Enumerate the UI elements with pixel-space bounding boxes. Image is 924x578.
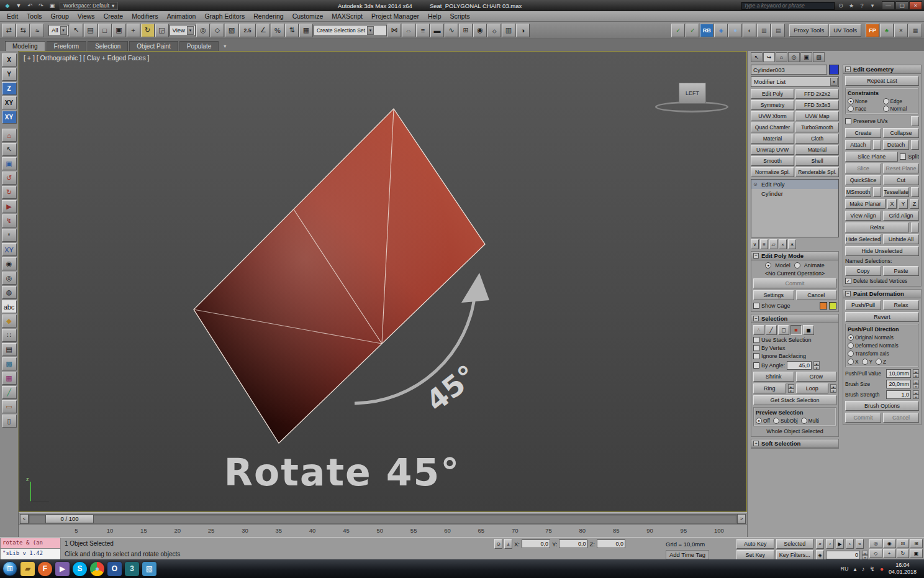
rotate-cw-icon[interactable]: ↻ bbox=[2, 186, 17, 199]
brush-size-spinner[interactable]: ▴▾ bbox=[913, 380, 919, 388]
expand-icon[interactable]: + bbox=[753, 441, 759, 446]
sphere-icon[interactable]: ● bbox=[728, 24, 742, 37]
tessellate-settings-button[interactable] bbox=[911, 187, 919, 197]
zoom-extents-all-icon[interactable]: ⊞ bbox=[910, 539, 923, 548]
project-folder-icon[interactable]: ▣ bbox=[47, 1, 57, 10]
target-tool-icon[interactable]: ◎ bbox=[2, 272, 17, 285]
rollout-title[interactable]: − Paint Deformation bbox=[843, 290, 921, 298]
camera-tool-icon[interactable]: ◉ bbox=[2, 257, 17, 270]
media-player-icon[interactable]: ▶ bbox=[55, 562, 70, 576]
detach-button[interactable]: Detach bbox=[883, 140, 909, 150]
checkbox[interactable] bbox=[753, 337, 759, 343]
slash-tool-icon[interactable]: ╱ bbox=[2, 386, 17, 399]
percent-snap-icon[interactable]: % bbox=[271, 24, 284, 37]
next-frame-icon[interactable]: › bbox=[846, 539, 854, 549]
by-angle-spinner[interactable]: ▴▾ bbox=[813, 361, 820, 370]
spinner-up-icon[interactable]: ▴ bbox=[862, 551, 868, 555]
menu-item[interactable]: Project Manager bbox=[367, 11, 424, 21]
populate-icon[interactable]: ▥ bbox=[757, 24, 771, 37]
next-frame-arrow[interactable]: > bbox=[737, 514, 746, 524]
eraser-tool-icon[interactable]: ▭ bbox=[2, 400, 17, 413]
angle-snap-icon[interactable]: ∠ bbox=[256, 24, 270, 37]
grid-tools-icon[interactable]: ▦ bbox=[908, 24, 922, 37]
schematic-view-icon[interactable]: ⊞ bbox=[459, 24, 473, 37]
reset-plane-button[interactable]: Reset Plane bbox=[883, 163, 919, 173]
brush-strength-spinner[interactable]: ▴▾ bbox=[913, 390, 919, 399]
polygon-mode-icon[interactable]: ■ bbox=[790, 325, 802, 335]
bind-to-space-warp-icon[interactable]: ≈ bbox=[30, 24, 44, 37]
rollout-title[interactable]: − Edit Geometry bbox=[843, 65, 921, 74]
quickslice-button[interactable]: QuickSlice bbox=[845, 175, 881, 185]
modifier-set-button[interactable]: UVW Xform bbox=[751, 111, 794, 121]
maximize-button[interactable]: ▢ bbox=[895, 1, 908, 10]
select-by-name-icon[interactable]: ▤ bbox=[84, 24, 97, 37]
network-icon[interactable]: ↯ bbox=[870, 566, 875, 572]
configure-modifier-sets-icon[interactable]: ∗ bbox=[788, 239, 796, 249]
start-button[interactable]: ⊞ bbox=[2, 561, 17, 576]
ring-spinner[interactable]: ▴▾ bbox=[788, 384, 794, 393]
pointer-tool-icon[interactable]: ▶ bbox=[2, 200, 17, 213]
iray-diamond-icon[interactable]: ◈ bbox=[714, 24, 728, 37]
checker-tool-icon[interactable]: ▩ bbox=[2, 357, 17, 370]
axis-constraint-button[interactable]: Y bbox=[2, 68, 17, 81]
undo-icon[interactable]: ↶ bbox=[25, 1, 35, 10]
mirror-icon[interactable]: ⋈ bbox=[387, 24, 401, 37]
spinner-down-icon[interactable]: ▾ bbox=[913, 374, 919, 378]
spinner-up-icon[interactable]: ▴ bbox=[788, 384, 794, 388]
push-pull-button[interactable]: Push/Pull bbox=[845, 300, 881, 310]
maxscript-mini-listener[interactable]: rotate & (an "sLib v 1.42 bbox=[0, 538, 61, 560]
edge-mode-icon[interactable]: ╱ bbox=[766, 325, 777, 335]
display-tab[interactable]: ▣ bbox=[800, 52, 812, 62]
pan-icon[interactable]: + bbox=[883, 549, 896, 558]
select-and-link-icon[interactable]: ⇄ bbox=[2, 24, 16, 37]
selection-option-row[interactable]: Use Stack Selection bbox=[753, 337, 836, 343]
render-setup-icon[interactable]: ☼ bbox=[487, 24, 501, 37]
lightning-icon[interactable]: ↯ bbox=[2, 214, 17, 227]
constraint-radio[interactable]: Edge bbox=[883, 98, 917, 104]
previous-frame-arrow[interactable]: < bbox=[20, 514, 29, 524]
checkbox[interactable] bbox=[753, 353, 759, 359]
get-stack-selection-button[interactable]: Get Stack Selection bbox=[753, 395, 836, 405]
menu-item[interactable]: Modifiers bbox=[127, 11, 163, 21]
spinner-up-icon[interactable]: ▴ bbox=[913, 369, 919, 374]
spinner-down-icon[interactable]: ▾ bbox=[813, 365, 820, 370]
select-object-icon[interactable]: ↖ bbox=[70, 24, 83, 37]
menu-item[interactable]: Rendering bbox=[249, 11, 288, 21]
key-filters-button[interactable]: Key Filters... bbox=[776, 550, 814, 560]
rollout-title[interactable]: − Edit Poly Mode bbox=[751, 252, 838, 260]
shaded-sphere-icon[interactable]: ◐ bbox=[743, 24, 756, 37]
menu-item[interactable]: Tools bbox=[22, 11, 47, 21]
ribbon-collapse-icon[interactable]: ▾ bbox=[224, 44, 226, 51]
time-slider-track[interactable]: 0 / 100 bbox=[29, 514, 737, 524]
ring-button[interactable]: Ring bbox=[753, 383, 786, 393]
collapse-button[interactable]: Collapse bbox=[883, 128, 919, 138]
collapse-icon[interactable]: − bbox=[753, 253, 759, 259]
gem-tool-icon[interactable]: ◆ bbox=[2, 314, 17, 328]
xy-tool-icon[interactable]: XY bbox=[2, 243, 17, 256]
named-selection-set-field[interactable]: Create Selection Set▼ bbox=[314, 25, 387, 36]
zoom-extents-icon[interactable]: ⊡ bbox=[897, 539, 910, 548]
selection-set-dropdown[interactable]: Selected bbox=[776, 539, 814, 549]
push-pull-value-field[interactable]: 10,0mm bbox=[886, 369, 911, 378]
menu-item[interactable]: Help bbox=[424, 11, 446, 21]
mailru-agent-icon[interactable]: ● bbox=[880, 566, 884, 572]
cut-button[interactable]: Cut bbox=[883, 175, 919, 185]
zoom-all-icon[interactable]: ◉ bbox=[883, 539, 896, 548]
cage-color-swatch[interactable] bbox=[820, 302, 827, 310]
time-slider-thumb[interactable]: 0 / 100 bbox=[45, 515, 94, 523]
save-file-icon[interactable]: ▼ bbox=[14, 1, 24, 10]
menu-item[interactable]: Group bbox=[47, 11, 73, 21]
select-and-move-icon[interactable]: + bbox=[127, 24, 140, 37]
push-pull-value-spinner[interactable]: ▴▾ bbox=[913, 369, 919, 378]
modifier-set-button[interactable]: Edit Poly bbox=[751, 89, 794, 99]
grid-align-button[interactable]: Grid Align bbox=[883, 211, 919, 221]
spinner-snap-icon[interactable]: ⇅ bbox=[285, 24, 299, 37]
star-icon[interactable]: ★ bbox=[847, 2, 856, 10]
align-icon[interactable]: ⇔ bbox=[402, 24, 415, 37]
paint-cancel-button[interactable]: Cancel bbox=[883, 413, 919, 423]
y-coordinate-field[interactable]: 0,0 bbox=[559, 539, 587, 548]
settings-button[interactable]: Settings bbox=[753, 290, 794, 300]
comm-center-icon[interactable]: ▾ bbox=[868, 2, 877, 10]
unlink-selection-icon[interactable]: ⇆ bbox=[16, 24, 30, 37]
viewport-label[interactable]: [ + ] [ Orthographic ] [ Clay + Edged Fa… bbox=[24, 54, 150, 62]
